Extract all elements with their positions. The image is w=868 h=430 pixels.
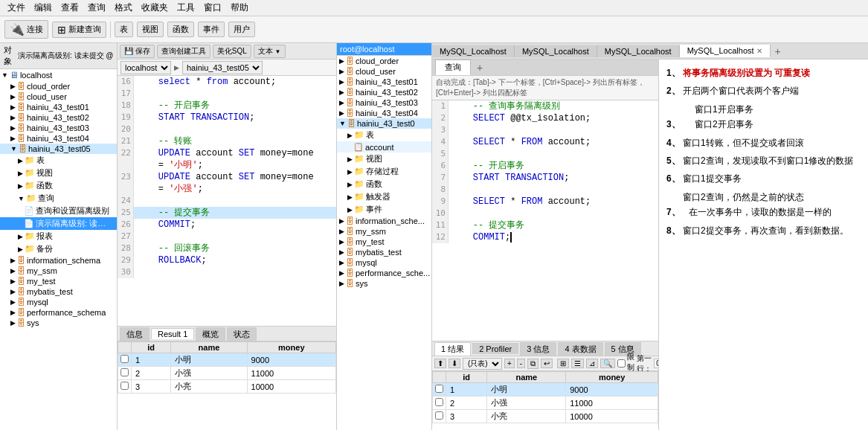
event-button[interactable]: 事件 (198, 22, 225, 37)
right-result-row-3[interactable]: 3 小亮 10000 (433, 410, 658, 423)
tree-item-views[interactable]: ▶ 📁 视图 (0, 167, 117, 179)
tree-item-cloud_order[interactable]: ▶ 🗄 cloud_order (0, 81, 117, 92)
result-tab-info[interactable]: 信息 (120, 327, 150, 341)
conn-tab-1[interactable]: MySQL_Localhost (432, 45, 515, 57)
result-row-2[interactable]: 2 小强 11000 (118, 367, 336, 380)
inner-tree-views[interactable]: ▶ 📁 视图 (337, 153, 431, 165)
menu-item-query[interactable]: 查询 (83, 1, 110, 14)
right-result-tab-3[interactable]: 3 信息 (520, 342, 556, 356)
beautify-sql-button[interactable]: 美化SQL (213, 45, 251, 58)
inner-tree-tables[interactable]: ▶ 📁 表 (337, 129, 431, 141)
inner-tree-item[interactable]: ▶ 🗄 hainiu_43_test02 (337, 87, 431, 97)
right-result-tab-2[interactable]: 2 Profiler (472, 343, 518, 354)
del-row-btn[interactable]: - (517, 359, 525, 368)
grid-view-btn[interactable]: ⊞ (557, 359, 569, 368)
right-result-tab-4[interactable]: 4 表数据 (558, 342, 602, 356)
tree-item-localhost[interactable]: ▼ 🖥 localhost (0, 69, 117, 81)
conn-tab-3[interactable]: MySQL_Localhost (597, 45, 680, 57)
tree-item-hainiu01[interactable]: ▶ 🗄 hainiu_43_test01 (0, 102, 117, 112)
close-tab-icon[interactable]: ✕ (756, 47, 762, 55)
inner-tree-sys[interactable]: ▶ 🗄 sys (337, 278, 431, 289)
host-selector[interactable]: localhost (120, 61, 171, 74)
undo-btn[interactable]: ↩ (541, 359, 553, 368)
main-tab-add[interactable]: + (472, 60, 487, 75)
tree-item-mybatis[interactable]: ▶ 🗄 mybatis_test (0, 286, 117, 297)
menu-item-favorites[interactable]: 收藏夹 (137, 1, 173, 14)
export-button[interactable]: ⬆ (434, 359, 446, 368)
tree-item-mytest[interactable]: ▶ 🗄 my_test (0, 276, 117, 286)
query-builder-button[interactable]: 查询创建工具 (157, 45, 210, 58)
connect-button[interactable]: 🔌 连接 (4, 20, 48, 39)
inner-tree-mybatis[interactable]: ▶ 🗄 mybatis_test (337, 247, 431, 257)
tree-item-reports[interactable]: ▶ 📁 报表 (0, 230, 117, 243)
row-check[interactable] (435, 411, 443, 420)
menu-item-window[interactable]: 窗口 (199, 1, 226, 14)
inner-tree-item[interactable]: ▶ 🗄 hainiu_43_test03 (337, 97, 431, 108)
inner-tree-item[interactable]: ▶ 🗄 hainiu_43_test04 (337, 108, 431, 118)
tree-item-hainiu04[interactable]: ▶ 🗄 hainiu_43_test04 (0, 133, 117, 144)
menu-item-file[interactable]: 文件 (3, 1, 30, 14)
tree-item-infschema[interactable]: ▶ 🗄 information_schema (0, 255, 117, 266)
inner-tree-item[interactable]: ▶ 🗄 cloud_order (337, 56, 431, 66)
result-row-1[interactable]: 1 小明 9000 (118, 353, 336, 367)
result-tab-status[interactable]: 状态 (227, 327, 257, 341)
view-button[interactable]: 视图 (137, 22, 164, 37)
code-editor[interactable]: 16 select * from account; 17 18 -- 开启事务 … (118, 76, 336, 326)
user-button[interactable]: 用户 (228, 22, 255, 37)
result-tab-1[interactable]: Result 1 (151, 328, 194, 339)
menu-item-edit[interactable]: 编辑 (30, 1, 57, 14)
menu-item-format[interactable]: 格式 (110, 1, 137, 14)
tree-item-hainiu02[interactable]: ▶ 🗄 hainiu_43_test02 (0, 112, 117, 123)
tree-item-queries[interactable]: ▼ 📁 查询 (0, 192, 117, 205)
row-checkbox[interactable] (118, 367, 132, 380)
row-check[interactable] (120, 355, 129, 363)
db-selector[interactable]: hainiu_43_test05 (182, 61, 263, 74)
inner-tree-funcs[interactable]: ▶ 📁 函数 (337, 178, 431, 190)
text-button[interactable]: 文本 ▼ (254, 45, 286, 58)
inner-tree-perfschema[interactable]: ▶ 🗄 performance_sche... (337, 268, 431, 278)
row-check[interactable] (120, 382, 129, 390)
list-view-btn[interactable]: ☰ (571, 359, 584, 368)
conn-tab-2[interactable]: MySQL_Localhost (515, 45, 597, 57)
inner-tree-myssm[interactable]: ▶ 🗄 my_ssm (337, 226, 431, 237)
inner-tree-hainiu05[interactable]: ▼ 🗄 hainiu_43_test0 (337, 118, 431, 129)
add-conn-tab[interactable]: + (771, 44, 785, 59)
inner-tree-infschema[interactable]: ▶ 🗄 information_sche... (337, 216, 431, 226)
tree-item-perfschema[interactable]: ▶ 🗄 performance_schema (0, 307, 117, 318)
inner-tree-procs[interactable]: ▶ 📁 存储过程 (337, 165, 431, 178)
right-result-tab-1[interactable]: 1 结果 (434, 342, 471, 356)
tree-item-mysql[interactable]: ▶ 🗄 mysql (0, 297, 117, 307)
limit-row-check[interactable] (617, 359, 626, 368)
row-check[interactable] (435, 385, 443, 393)
row-check-cell[interactable] (433, 410, 446, 423)
query2-code-editor[interactable]: 1 -- 查询事务隔离级别 2 SELECT @@tx_isolation; 3 (432, 100, 658, 341)
search-btn[interactable]: 🔍 (600, 359, 615, 368)
tree-item-query2[interactable]: 📄 演示隔离级别: 读未提... (0, 217, 117, 230)
inner-tree-account[interactable]: 📋 account (337, 141, 431, 153)
import-button[interactable]: ⬇ (449, 359, 460, 368)
inner-tree-mytest[interactable]: ▶ 🗄 my_test (337, 237, 431, 247)
tree-item-tables[interactable]: ▶ 📁 表 (0, 154, 117, 167)
tree-item-cloud_user[interactable]: ▶ 🗄 cloud_user (0, 92, 117, 102)
copy-row-btn[interactable]: ⧉ (527, 359, 539, 369)
row-check-cell[interactable] (433, 397, 446, 410)
main-tab-query[interactable]: 查询 (435, 60, 471, 75)
menu-item-tools[interactable]: 工具 (173, 1, 199, 14)
inner-tree-triggers[interactable]: ▶ 📁 触发器 (337, 190, 431, 203)
tree-item-query1[interactable]: 📄 查询和设置隔离级别 (0, 205, 117, 217)
menu-item-view[interactable]: 查看 (57, 1, 83, 14)
table-button[interactable]: 表 (115, 22, 133, 37)
inner-tree-events[interactable]: ▶ 📁 事件 (337, 203, 431, 216)
right-result-row-2[interactable]: 2 小强 11000 (433, 397, 658, 410)
tree-item-sys[interactable]: ▶ 🗄 sys (0, 318, 117, 328)
result-tab-overview[interactable]: 概览 (196, 327, 225, 341)
tree-item-hainiu05[interactable]: ▼ 🗄 hainiu_43_test05 (0, 144, 117, 154)
menu-item-help[interactable]: 帮助 (226, 1, 253, 14)
tree-item-funcs[interactable]: ▶ 📁 函数 (0, 179, 117, 192)
inner-tree-item[interactable]: ▶ 🗄 cloud_user (337, 66, 431, 77)
function-button[interactable]: 函数 (167, 22, 194, 37)
save-button[interactable]: 💾 保存 (120, 45, 155, 58)
tree-item-hainiu03[interactable]: ▶ 🗄 hainiu_43_test03 (0, 123, 117, 133)
inner-tree-item[interactable]: ▶ 🗄 hainiu_43_test01 (337, 77, 431, 87)
row-checkbox[interactable] (118, 380, 132, 394)
